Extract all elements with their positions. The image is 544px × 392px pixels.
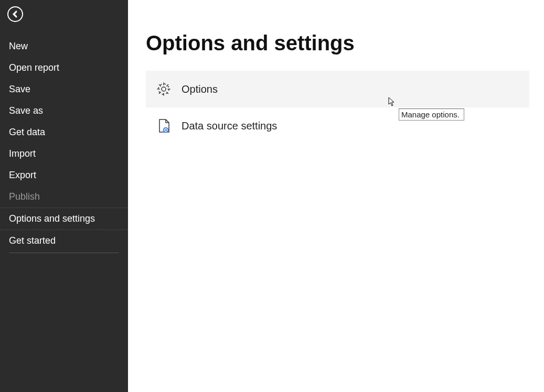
arrow-left-icon — [11, 10, 19, 18]
sidebar-item-publish: Publish — [0, 186, 128, 208]
option-label: Data source settings — [182, 120, 277, 132]
sidebar-item-save-as[interactable]: Save as — [0, 100, 128, 122]
main-content: Options and settings Options Data source… — [128, 0, 544, 392]
sidebar-item-label: Get started — [9, 235, 56, 246]
sidebar-item-new[interactable]: New — [0, 36, 128, 57]
sidebar-item-options-and-settings[interactable]: Options and settings — [0, 208, 128, 230]
sidebar-item-export[interactable]: Export — [0, 165, 128, 186]
sidebar: New Open report Save Save as Get data Im… — [0, 0, 128, 392]
sidebar-item-label: Publish — [9, 191, 40, 202]
tooltip-text: Manage options. — [401, 110, 460, 119]
sidebar-item-label: Get data — [9, 127, 45, 137]
page-title: Options and settings — [146, 31, 529, 55]
back-button[interactable] — [7, 6, 23, 22]
sidebar-item-get-data[interactable]: Get data — [0, 122, 128, 143]
gear-icon — [155, 81, 172, 97]
sidebar-item-label: Export — [9, 170, 36, 180]
sidebar-item-get-started[interactable]: Get started — [0, 230, 128, 252]
svg-point-0 — [162, 87, 166, 91]
sidebar-divider — [9, 253, 119, 253]
sidebar-item-open-report[interactable]: Open report — [0, 57, 128, 79]
option-item-options[interactable]: Options — [146, 71, 529, 107]
option-item-data-source-settings[interactable]: Data source settings — [146, 107, 529, 144]
cursor-icon — [388, 97, 396, 106]
sidebar-item-label: Open report — [9, 62, 59, 73]
sidebar-item-save[interactable]: Save — [0, 79, 128, 100]
tooltip: Manage options. — [399, 108, 464, 121]
sidebar-item-import[interactable]: Import — [0, 143, 128, 165]
sidebar-item-label: Save as — [9, 105, 43, 116]
sidebar-item-label: Import — [9, 148, 36, 159]
sidebar-item-label: Save — [9, 84, 30, 94]
document-gear-icon — [155, 117, 172, 134]
option-label: Options — [182, 83, 218, 95]
sidebar-item-label: Options and settings — [9, 213, 95, 224]
sidebar-item-label: New — [9, 41, 28, 51]
